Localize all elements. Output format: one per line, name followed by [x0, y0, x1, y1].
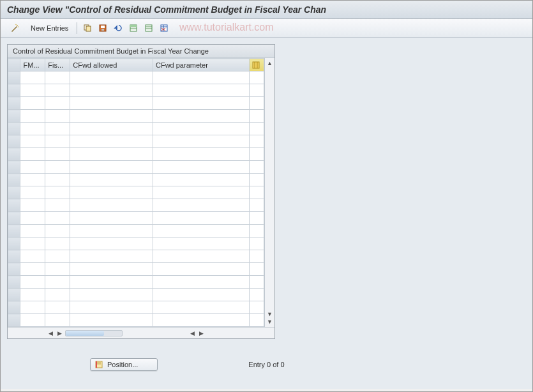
- cell-fm[interactable]: [20, 97, 45, 110]
- save-button[interactable]: [96, 22, 109, 34]
- table-row[interactable]: [8, 161, 264, 174]
- scroll-right-icon[interactable]: ▶: [197, 329, 205, 337]
- cell-fm[interactable]: [20, 301, 45, 314]
- scroll-left-icon[interactable]: ◀: [188, 329, 196, 337]
- cell-fm[interactable]: [20, 123, 45, 135]
- cell-fis[interactable]: [45, 135, 70, 148]
- row-selector[interactable]: [8, 72, 20, 84]
- table-row[interactable]: [8, 301, 264, 314]
- table-row[interactable]: [8, 314, 264, 327]
- new-entries-button[interactable]: New Entries: [26, 22, 73, 34]
- cell-cfwd-parameter[interactable]: [153, 301, 249, 314]
- cell-cfwd-allowed[interactable]: [70, 135, 153, 148]
- cell-cfwd-parameter[interactable]: [153, 263, 249, 276]
- cell-cfwd-parameter[interactable]: [153, 174, 249, 186]
- row-selector[interactable]: [8, 276, 20, 289]
- table-row[interactable]: [8, 289, 264, 301]
- table-row[interactable]: [8, 110, 264, 123]
- cell-fis[interactable]: [45, 72, 70, 84]
- col-header-fis[interactable]: Fis...: [45, 59, 70, 72]
- scroll-thumb[interactable]: [66, 331, 104, 336]
- row-selector[interactable]: [8, 123, 20, 135]
- table-row[interactable]: [8, 263, 264, 276]
- scroll-down-icon[interactable]: ▼: [266, 318, 274, 326]
- cell-cfwd-parameter[interactable]: [153, 161, 249, 174]
- cell-fm[interactable]: [20, 174, 45, 186]
- cell-fis[interactable]: [45, 237, 70, 250]
- row-selector[interactable]: [8, 250, 20, 263]
- table-row[interactable]: [8, 186, 264, 199]
- cell-cfwd-allowed[interactable]: [70, 225, 153, 237]
- table-row[interactable]: [8, 212, 264, 225]
- copy-button[interactable]: [81, 22, 94, 34]
- cell-cfwd-parameter[interactable]: [153, 135, 249, 148]
- cell-cfwd-allowed[interactable]: [70, 123, 153, 135]
- table-row[interactable]: [8, 199, 264, 212]
- row-selector-header[interactable]: [8, 59, 20, 72]
- deselect-all-button[interactable]: [142, 22, 155, 34]
- table-row[interactable]: [8, 225, 264, 237]
- cell-fm[interactable]: [20, 212, 45, 225]
- row-selector[interactable]: [8, 225, 20, 237]
- cell-fm[interactable]: [20, 135, 45, 148]
- cell-fm[interactable]: [20, 225, 45, 237]
- cell-fm[interactable]: [20, 186, 45, 199]
- cell-cfwd-parameter[interactable]: [153, 84, 249, 97]
- cell-fm[interactable]: [20, 276, 45, 289]
- select-all-button[interactable]: [127, 22, 140, 34]
- cell-cfwd-parameter[interactable]: [153, 97, 249, 110]
- position-button[interactable]: Position...: [90, 358, 158, 371]
- cell-fm[interactable]: [20, 314, 45, 327]
- table-row[interactable]: [8, 84, 264, 97]
- cell-fis[interactable]: [45, 289, 70, 301]
- cell-cfwd-allowed[interactable]: [70, 174, 153, 186]
- table-row[interactable]: [8, 123, 264, 135]
- cell-fis[interactable]: [45, 276, 70, 289]
- cell-cfwd-parameter[interactable]: [153, 250, 249, 263]
- row-selector[interactable]: [8, 174, 20, 186]
- table-row[interactable]: [8, 250, 264, 263]
- cell-fm[interactable]: [20, 161, 45, 174]
- cell-fis[interactable]: [45, 84, 70, 97]
- cell-cfwd-allowed[interactable]: [70, 199, 153, 212]
- vertical-scrollbar[interactable]: ▲ ▼ ▼: [264, 58, 274, 327]
- row-selector[interactable]: [8, 97, 20, 110]
- row-selector[interactable]: [8, 199, 20, 212]
- cell-cfwd-allowed[interactable]: [70, 301, 153, 314]
- cell-cfwd-parameter[interactable]: [153, 186, 249, 199]
- cell-cfwd-allowed[interactable]: [70, 148, 153, 161]
- cell-fm[interactable]: [20, 250, 45, 263]
- row-selector[interactable]: [8, 263, 20, 276]
- cell-cfwd-allowed[interactable]: [70, 84, 153, 97]
- cell-fis[interactable]: [45, 263, 70, 276]
- cell-cfwd-parameter[interactable]: [153, 110, 249, 123]
- cell-fis[interactable]: [45, 161, 70, 174]
- cell-cfwd-allowed[interactable]: [70, 110, 153, 123]
- data-grid[interactable]: FM...Fis...CFwd allowedCFwd parameter: [8, 58, 264, 327]
- cell-cfwd-parameter[interactable]: [153, 289, 249, 301]
- cell-cfwd-parameter[interactable]: [153, 148, 249, 161]
- cell-fis[interactable]: [45, 199, 70, 212]
- cell-cfwd-parameter[interactable]: [153, 237, 249, 250]
- cell-cfwd-allowed[interactable]: [70, 186, 153, 199]
- row-selector[interactable]: [8, 314, 20, 327]
- cell-cfwd-allowed[interactable]: [70, 314, 153, 327]
- row-selector[interactable]: [8, 186, 20, 199]
- scroll-left-icon[interactable]: ◀: [47, 329, 54, 337]
- cell-cfwd-parameter[interactable]: [153, 225, 249, 237]
- row-selector[interactable]: [8, 161, 20, 174]
- cell-cfwd-parameter[interactable]: [153, 123, 249, 135]
- undo-button[interactable]: [112, 22, 124, 34]
- cell-cfwd-parameter[interactable]: [153, 276, 249, 289]
- cell-fm[interactable]: [20, 148, 45, 161]
- cell-fm[interactable]: [20, 72, 45, 84]
- scroll-track[interactable]: [65, 330, 123, 336]
- cell-fis[interactable]: [45, 186, 70, 199]
- row-selector[interactable]: [8, 301, 20, 314]
- cell-fm[interactable]: [20, 199, 45, 212]
- cell-fis[interactable]: [45, 123, 70, 135]
- cell-fm[interactable]: [20, 289, 45, 301]
- table-row[interactable]: [8, 276, 264, 289]
- cell-cfwd-parameter[interactable]: [153, 314, 249, 327]
- horizontal-scrollbar[interactable]: ◀ ▶ ◀ ▶: [8, 327, 274, 338]
